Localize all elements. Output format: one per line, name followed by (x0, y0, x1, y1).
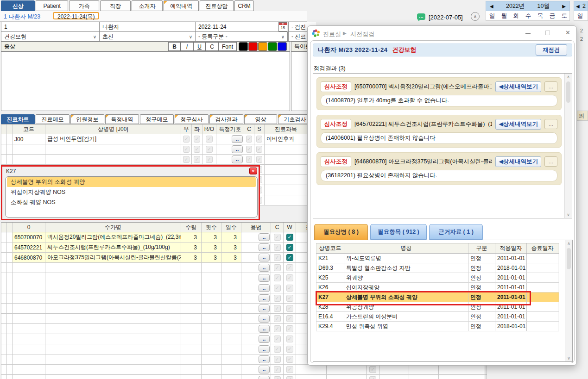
detail-view-button[interactable]: ◀상세내역보기 (495, 156, 541, 167)
required-disease-row[interactable]: K21위-식도역류병인정2011-01-01 (316, 254, 559, 263)
tab-청구심사[interactable]: 청구심사 (175, 114, 209, 124)
checkbox[interactable]: ✓ (194, 136, 200, 143)
required-disease-row[interactable]: E16.4가스트린의 이상분비인정2011-01-01 (316, 312, 559, 322)
tab-검사결과[interactable]: 검사결과 (209, 114, 243, 124)
visit-type-select[interactable]: 초진 ∨ (99, 31, 196, 42)
k27-list-item[interactable]: 위십이지장궤양 NOS (7, 187, 256, 197)
scrollbar-thumb[interactable] (566, 81, 570, 103)
format-button-u[interactable]: U (193, 42, 206, 51)
checkbox-checked[interactable]: ✓ (286, 254, 293, 261)
required-disease-row[interactable]: K26십이지장궤양인정2011-01-01 (316, 283, 559, 292)
detail-view-button[interactable]: ◀상세내역보기 (495, 119, 541, 130)
format-button-b[interactable]: B (168, 42, 181, 51)
checkbox[interactable]: ✓ (369, 376, 376, 379)
checkbox[interactable]: ✓ (256, 146, 262, 153)
checkbox[interactable]: ✓ (183, 156, 190, 163)
visit-date-field[interactable]: 2022-11-24 (195, 22, 279, 32)
checkbox[interactable]: ✓ (206, 156, 213, 163)
checkbox[interactable]: ✓ (286, 336, 293, 342)
required-disease-row[interactable]: K28위공장궤양인정2011-01-01 (316, 302, 559, 312)
more-button[interactable]: .. (259, 274, 270, 282)
tab-신상[interactable]: 신상 (1, 0, 35, 11)
dialog-tab-2[interactable]: 필요항목 ( 912 ) (370, 224, 427, 240)
symptom-textarea[interactable] (1, 51, 290, 111)
checkbox[interactable]: ✓ (286, 366, 293, 373)
more-button[interactable]: .. (259, 233, 270, 241)
insurance-select[interactable]: 건강보험 ∨ (1, 31, 100, 42)
tab-CRM[interactable]: CRM (234, 0, 254, 11)
checkbox[interactable]: ✓ (246, 136, 252, 143)
scrollbar-thumb[interactable] (567, 248, 571, 269)
reg-type-select[interactable]: - 등록구분 - ∨ (195, 31, 288, 42)
dialog-tab-1[interactable]: 필요상병 ( 8 ) (314, 224, 368, 240)
more-button[interactable]: .. (259, 264, 270, 272)
table-row[interactable]: ..✓✓✓ (1, 375, 487, 379)
checkbox[interactable]: ✓ (274, 336, 281, 342)
checkbox[interactable]: ✓ (256, 136, 262, 143)
checkbox[interactable]: ✓ (274, 295, 281, 302)
tab-특정내역[interactable]: 특정내역 (105, 114, 139, 124)
k27-list-item[interactable]: 상세불명 부위의 소화성 궤양 (7, 177, 256, 187)
tab-청구메모[interactable]: 청구메모 (140, 114, 174, 124)
more-button[interactable]: .. (232, 155, 243, 163)
more-button[interactable]: .. (259, 345, 270, 353)
visit-date-chip[interactable]: 2022-11-24(목) (53, 12, 99, 19)
results-scrollbar[interactable]: ∧ ∨ (564, 74, 572, 218)
calendar-next-button[interactable]: ▶ (562, 4, 566, 9)
close-button[interactable]: ✕ (565, 29, 570, 36)
color-swatch[interactable] (248, 42, 258, 51)
format-button-c[interactable]: C (206, 42, 218, 51)
dialog-tab-3[interactable]: 근거자료 ( 1 ) (429, 224, 483, 240)
checkbox[interactable]: ✓ (286, 325, 293, 332)
more-options-button[interactable]: … (544, 156, 557, 167)
required-disease-row[interactable]: D69.3특발성 혈소판감소성 자반인정2018-01-01 (316, 263, 559, 273)
maximize-button[interactable] (545, 31, 550, 35)
chart-no-field[interactable]: 1 (1, 22, 100, 32)
required-disease-row[interactable]: K27상세불명 부위의 소화성 궤양인정2011-01-01 (316, 292, 559, 302)
checkbox[interactable]: ✓ (274, 285, 281, 292)
order-code[interactable]: 646800870 (13, 253, 45, 262)
checkbox[interactable]: ✓ (274, 264, 281, 271)
disease-code[interactable]: J00 (13, 134, 45, 144)
order-code[interactable]: 650700070 (13, 232, 45, 242)
checkbox[interactable]: ✓ (369, 366, 376, 373)
checkbox[interactable]: ✓ (274, 356, 281, 363)
checkbox[interactable]: ✓ (286, 295, 293, 302)
tab-소개자[interactable]: 소개자 (132, 0, 163, 11)
checkbox[interactable]: ✓ (286, 315, 293, 322)
checkbox[interactable]: ✓ (286, 285, 293, 292)
order-name[interactable]: 넥시움정20밀리그람(에스오메프라졸마그네슘)_(22,3m (45, 232, 181, 242)
more-button[interactable]: .. (259, 366, 270, 373)
checkbox[interactable]: ✓ (274, 305, 281, 312)
calendar2-prev-button[interactable]: ◀ (576, 4, 580, 9)
tab-예약내역[interactable]: 예약내역 (164, 0, 198, 11)
close-icon[interactable]: ✕ (249, 168, 257, 174)
checkbox[interactable]: ✓ (194, 156, 200, 163)
more-options-button[interactable]: … (544, 81, 557, 92)
tab-입원정보[interactable]: 입원정보 (70, 114, 104, 124)
disease-name[interactable]: 급성 비인두염[감기] (45, 134, 181, 144)
scroll-down-icon[interactable]: ∨ (567, 355, 570, 361)
order-name[interactable]: 아모크라정375밀리그램(아목시실린-클라불란산칼륨(2 (45, 253, 181, 262)
color-swatch[interactable] (239, 42, 248, 51)
checkbox[interactable]: ✓ (274, 274, 281, 281)
tab-Patient[interactable]: Patient (36, 0, 68, 11)
more-button[interactable]: .. (259, 315, 270, 323)
k27-list-item[interactable]: 소화성 궤양 NOS (7, 198, 256, 207)
checkbox[interactable]: ✓ (274, 315, 281, 322)
checkbox[interactable]: ✓ (274, 254, 281, 261)
checkbox[interactable]: ✓ (274, 234, 281, 241)
more-button[interactable]: .. (259, 335, 270, 343)
required-disease-row[interactable]: K25위궤양인정2011-01-01 (316, 273, 559, 283)
more-button[interactable]: .. (232, 145, 243, 153)
order-code[interactable]: 645702221 (13, 242, 45, 252)
order-name[interactable]: 씨투스건조시럽(프란루카스트수화물)_(10g/100g) (45, 242, 181, 252)
checkbox[interactable]: ✓ (194, 146, 200, 153)
scroll-down-icon[interactable]: ∨ (567, 211, 570, 218)
patient-name-field[interactable]: 나환자 (99, 22, 196, 32)
checkbox[interactable]: ✓ (246, 146, 252, 153)
checkbox[interactable]: ✓ (286, 264, 293, 271)
table-scrollbar[interactable]: ∧ ∨ (565, 240, 572, 361)
calendar-prev-button[interactable]: ◀ (490, 4, 493, 9)
more-button[interactable]: .. (232, 135, 243, 143)
